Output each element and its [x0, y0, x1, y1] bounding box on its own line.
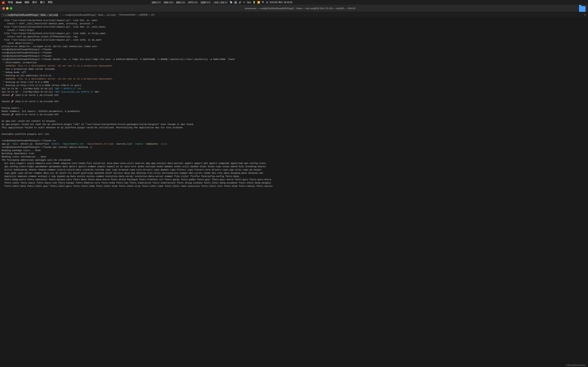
terminal-line: Reading state information... Done — [2, 155, 294, 159]
terminal-line: root@iZhp32sk9fuoq04f833xgrZ:~/flask# — [2, 51, 294, 55]
net-label: K/s — [225, 1, 227, 3]
bluetooth-icon: ✦ — [243, 1, 245, 4]
terminal-line: * Environment: production — [2, 61, 294, 64]
menu-help[interactable]: 帮助 — [48, 1, 53, 4]
net-status: ↑ 0.0 ↓ 0.0 K/s — [213, 1, 228, 4]
close-button[interactable] — [2, 7, 5, 9]
terminal-line: root@iZhp32sk9fuoq04f833xgrZ:~/flask# do… — [2, 58, 294, 61]
maximize-button[interactable] — [10, 7, 12, 9]
accessibility-icon: A — [234, 1, 237, 4]
terminal-line: return self.do_open(http.client.HTTPSCon… — [2, 35, 294, 39]
ssd-status: 85% SSD — [176, 1, 186, 4]
terminal-line: fonts-indic fonts-kacst fonts-kacst-one … — [2, 182, 294, 184]
terminal-line: File "/usr/local/lib/python3.9/urllib/re… — [2, 19, 294, 22]
terminal-line: YOLOv5 🚀 2022-5-14 torch 1.10.2+cu102 CP… — [2, 100, 294, 103]
terminal-line: root@iZhp32sk9fuoq04f833xgrZ:~/flask# ap… — [2, 146, 294, 149]
terminal-line: * Debug mode: off — [2, 71, 294, 74]
terminal-line: qt.qpa.plugin: Could not load the Qt pla… — [2, 123, 294, 126]
terminal-line: Use a production WSGI server instead. — [2, 68, 294, 71]
search-icon[interactable]: 🔍 — [262, 1, 265, 4]
audio-icon: 🔊 — [239, 1, 242, 4]
terminal-line: * Running on http://172.17.0.2:5000 (Pre… — [2, 84, 294, 87]
terminal-line: root@iZhp32sk9fuoq04f833xgrZ:~/flask# — [2, 55, 294, 58]
terminal-line: cups-ppdc cups-server-common dbus-x11 dc… — [2, 172, 294, 175]
menu-view[interactable]: 显示 — [32, 1, 37, 4]
terminal-content[interactable]: File "/usr/local/lib/python3.9/urllib/re… — [0, 18, 294, 184]
temp-value: 47°C — [188, 1, 193, 4]
terminal-line — [2, 129, 294, 133]
menubar: 🍎 终端 Shell 编辑 显示 窗口 帮助 10% CPU 24% MEM 8… — [0, 0, 294, 5]
battery-text: 78% — [247, 1, 251, 4]
window-controls — [2, 7, 12, 9]
menubar-right: 10% CPU 24% MEM 85% SSD 47°C SEN 1208 RP… — [151, 1, 292, 4]
mem-value: 24% — [164, 1, 168, 4]
terminal-line: result = func(*args) — [2, 29, 294, 32]
ssd-label: SSD — [181, 1, 185, 3]
menu-window[interactable]: 窗口 — [40, 1, 45, 4]
terminal-line: apt-config-icons-hidpi aptdaemon aptdaem… — [2, 165, 294, 168]
terminal-line: app.py data detect.py Dockerfile models … — [2, 142, 294, 146]
battery-icon: 🔋 — [253, 1, 256, 4]
terminal-line: YOLOv5 🚀 2022-5-14 torch 1.10.2+cu102 CP… — [2, 94, 294, 97]
terminal-line: File "/usr/local/lib/python3.9/urllib/re… — [2, 25, 294, 29]
temp-label: SEN — [194, 1, 198, 3]
terminal-line: root@iZhp32sk9fuoq04f833xgrZ:~/flask# ls — [2, 139, 294, 142]
tabbar: ~ — root@iZhp32sk9fuoq04f833xgrZ: ~/flas… — [0, 12, 294, 18]
terminal-line: File "/usr/local/lib/python3.9/urllib/re… — [2, 39, 294, 42]
terminal-line: The following additional packages will b… — [2, 159, 294, 162]
terminal-line: root@iZhp32sk9fuoq04f833xgrZ:~/flask# — [2, 48, 294, 51]
tab-3[interactable]: ~/Downloads/flask — cs的终端 — zsh — [116, 13, 156, 17]
terminal-line: File "/usr/local/lib/python3.9/urllib/re… — [2, 32, 294, 35]
cpu-label: CPU — [157, 1, 161, 3]
titlebar: sinkarsenic — root@iZhp32sk9fuoq04f833xg… — [0, 5, 294, 12]
apple-icon[interactable]: 🍎 — [2, 1, 5, 4]
rpm-label: RPM — [206, 1, 210, 3]
terminal-line — [2, 136, 294, 139]
terminal-line: 222.78.74.36 -- [14/May/2022 07:52:21] "… — [2, 91, 294, 94]
airplay-icon: 📡 — [230, 1, 233, 4]
ssd-value: 85% — [176, 1, 181, 4]
terminal-line: Available platform plugins are: xcb. — [2, 133, 294, 136]
tab-2[interactable]: ~ — root@iZhp32sk9fuoq04f833xgrZ: ~/flas… — [58, 13, 116, 17]
net-up: ↑ 0.0 — [214, 1, 218, 4]
terminal-line: Building dependency tree — [2, 152, 294, 155]
minimize-button[interactable] — [6, 7, 9, 9]
mem-label: MEM — [169, 1, 173, 3]
menu-edit[interactable]: 编辑 — [25, 1, 29, 4]
terminal-line: qt.qpa.xcb: could not connect to display — [2, 120, 294, 123]
menu-terminal[interactable]: 终端 — [8, 1, 13, 4]
mem-status: 24% MEM — [163, 1, 174, 4]
terminal-line: 222.78.74.36 -- [14/May/2022 07:52:21] "… — [2, 87, 294, 91]
terminal-line: result = self._call_chain(self.handle_op… — [2, 22, 294, 25]
terminal-line: This application failed to start because… — [2, 126, 294, 129]
cpu-status: 10% CPU — [151, 1, 162, 4]
terminal-line: fonts-beng-extra fonts-cantarell fonts-d… — [2, 178, 294, 182]
terminal-line: Model Summary: 213 layers, 7015519 param… — [2, 110, 294, 113]
terminal-line: Reading package lists... Done — [2, 149, 294, 152]
terminal-line: duplicity emacsen-common enchant-2 eog e… — [2, 175, 294, 178]
net-down: ↓ 0.0 — [219, 1, 224, 4]
terminal-line: acl acpi-support acpid adwaita-icon-them… — [2, 162, 294, 165]
control-center-icon[interactable]: ⊟ — [266, 1, 268, 4]
date-time: 5月14日 周六 18:19:25 — [270, 1, 292, 4]
rpm-status: 1208 RPM — [200, 1, 211, 4]
terminal-line: WARNING: This is a development server. D… — [2, 64, 294, 68]
menu-shell[interactable]: Shell — [16, 1, 22, 4]
terminal-line: urllib.error.URLError: <urlopen error [E… — [2, 45, 294, 48]
terminal-line: * Running on http://127.0.0.1:5000 — [2, 81, 294, 84]
terminal-line: WARNING: This is a development server. D… — [2, 77, 294, 81]
window-title: sinkarsenic — root@iZhp32sk9fuoq04f833xg… — [15, 7, 294, 9]
temp-status: 47°C SEN — [187, 1, 198, 4]
tab-1[interactable]: ~ — root@iZhp32sk9fuoq04f833xgrZ: ~/flas… — [1, 13, 58, 17]
terminal-line — [2, 97, 294, 100]
terminal-line: raise URLError(err) — [2, 42, 294, 45]
cpu-value: 10% — [152, 1, 156, 4]
terminal-line — [2, 117, 294, 120]
terminal-line: britty bubblewrap cheese cheese-common c… — [2, 168, 294, 172]
terminal-line: Fusing layers... — [2, 107, 294, 110]
terminal-line: YOLOv5 🚀 2022-5-14 torch 1.10.2+cu102 CP… — [2, 113, 294, 117]
rpm-value: 1208 — [201, 1, 205, 4]
menubar-left: 🍎 终端 Shell 编辑 显示 窗口 帮助 — [2, 1, 53, 4]
terminal-window: sinkarsenic — root@iZhp32sk9fuoq04f833xg… — [0, 5, 294, 184]
terminal-line: * Running on all addresses (0.0.0.0) — [2, 74, 294, 77]
